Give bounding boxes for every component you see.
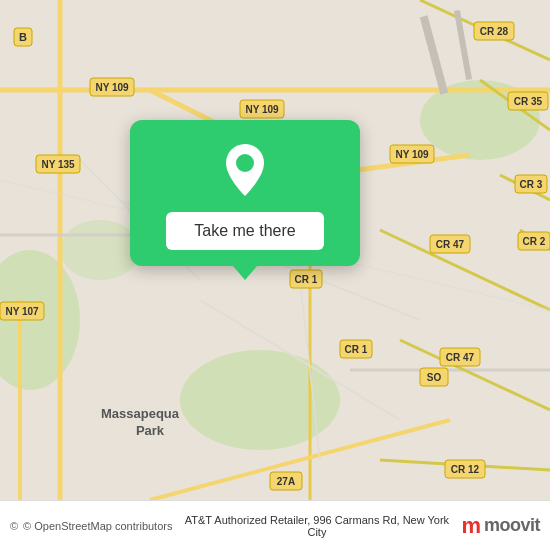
location-label: AT&T Authorized Retailer, 996 Carmans Rd…	[180, 514, 453, 538]
map-container: B NY 109 NY 109 NY 109 NY 135 CR 28 CR 3…	[0, 0, 550, 500]
svg-point-66	[236, 154, 254, 172]
svg-text:NY 109: NY 109	[245, 104, 279, 115]
svg-text:27A: 27A	[277, 476, 295, 487]
svg-text:NY 107: NY 107	[5, 306, 39, 317]
svg-text:CR 12: CR 12	[451, 464, 480, 475]
svg-text:CR 47: CR 47	[446, 352, 475, 363]
svg-text:CR 1: CR 1	[295, 274, 318, 285]
popup-card: Take me there	[130, 120, 360, 266]
svg-point-1	[180, 350, 340, 450]
svg-text:CR 28: CR 28	[480, 26, 509, 37]
svg-text:NY 109: NY 109	[95, 82, 129, 93]
svg-text:CR 3: CR 3	[520, 179, 543, 190]
svg-text:CR 2: CR 2	[523, 236, 546, 247]
svg-text:NY 135: NY 135	[41, 159, 75, 170]
svg-point-4	[60, 220, 140, 280]
take-me-there-button[interactable]: Take me there	[166, 212, 323, 250]
svg-text:Massapequa: Massapequa	[101, 406, 180, 421]
moovit-logo: m moovit	[461, 513, 540, 539]
popup-pointer	[233, 266, 257, 280]
svg-text:CR 1: CR 1	[345, 344, 368, 355]
svg-text:B: B	[19, 31, 27, 43]
svg-text:SO: SO	[427, 372, 442, 383]
location-pin-icon	[221, 142, 269, 198]
osm-attribution: © OpenStreetMap contributors	[23, 520, 172, 532]
svg-text:Park: Park	[136, 423, 165, 438]
moovit-wordmark: moovit	[484, 515, 540, 536]
svg-text:NY 109: NY 109	[395, 149, 429, 160]
copyright-icon: ©	[10, 520, 18, 532]
bottom-text-area: © © OpenStreetMap contributors	[10, 520, 172, 532]
bottom-bar: © © OpenStreetMap contributors AT&T Auth…	[0, 500, 550, 550]
moovit-m-icon: m	[461, 513, 481, 539]
svg-text:CR 47: CR 47	[436, 239, 465, 250]
svg-text:CR 35: CR 35	[514, 96, 543, 107]
